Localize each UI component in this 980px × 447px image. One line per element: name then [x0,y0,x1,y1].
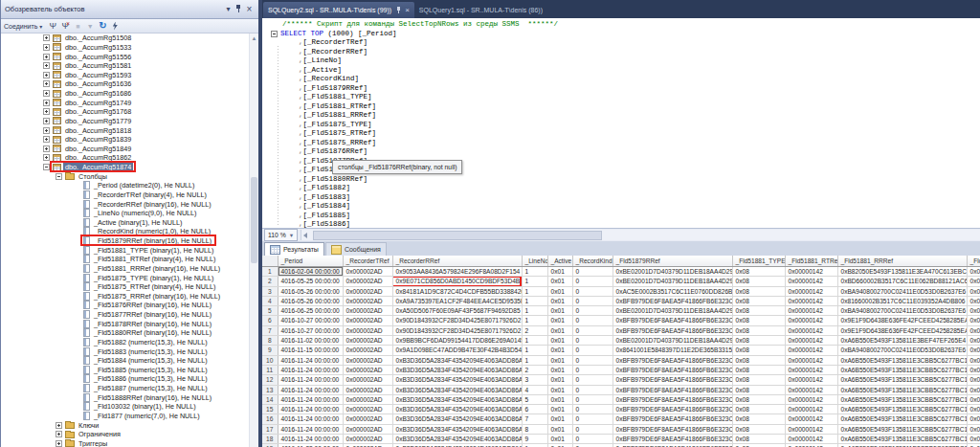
grid-cell[interactable]: 0x01 [547,336,572,346]
grid-cell[interactable]: 3 [522,375,547,385]
grid-cell[interactable]: 0xAC5E0002B3517C6C11E0760DD826B467 [612,286,732,296]
grid-cell[interactable]: 4016-11-24 00:00:00 [278,365,343,374]
tree-item[interactable]: dbo._AccumRg51818 [1,125,258,135]
row-number-cell[interactable]: 11 [262,365,278,374]
expander-icon[interactable] [43,72,50,78]
tree-item[interactable]: Триггеры [1,439,258,447]
tree-item[interactable]: _Fld51881_TYPE (binary(1), Не NULL) [1,245,258,255]
grid-cell[interactable]: 0x08 [732,355,785,365]
grid-cell[interactable]: 0 [572,316,612,325]
grid-cell[interactable]: 0x08 [967,424,980,434]
grid-cell[interactable]: 0xA6B550E5493F135811E3CBB5C6277BC1 [837,394,967,404]
grid-cell[interactable]: 0x00000142 [785,267,837,277]
grid-cell[interactable]: 0xBA9408002700C02411E0D53D0B2637E6 [837,286,967,296]
tree-item[interactable]: _Fld51883 (numeric(15,3), Не NULL) [1,346,258,356]
grid-cell[interactable]: 0xBFB979DE6F8AEA5F41866FB6E323C0E6 [612,394,732,404]
row-number-cell[interactable]: 4 [262,296,278,305]
grid-cell[interactable]: 0xB82050E5493F135811E3EA470C613EBC [837,267,967,277]
grid-cell[interactable]: 0xBFB979DE6F8AEA5F41866FB6E323C0E6 [612,424,732,434]
grid-cell[interactable]: 0xB3D36D5A2834F43542094E4063ADD86A [392,405,522,414]
grid-cell[interactable]: 4016-11-24 00:00:00 [278,414,343,424]
grid-cell[interactable]: 0x01 [547,267,572,277]
expander-icon[interactable] [43,54,50,60]
tree-item[interactable]: _Fld51888RRef (binary(16), Не NULL) [1,392,258,402]
tree-item[interactable]: _Fld51877RRef (binary(16), Не NULL) [1,310,258,320]
grid-cell[interactable]: 4016-05-25 00:00:00 [278,277,343,286]
grid-cell[interactable]: 0x01 [547,435,572,444]
grid-cell[interactable]: 0 [572,355,612,365]
tree-item[interactable]: _RecorderRRef (binary(16), Не NULL) [1,199,258,209]
column-header[interactable]: _Fld51879RRef [612,256,732,267]
column-header[interactable]: _RecorderRRef [392,256,522,267]
grid-cell[interactable]: 0x08 [732,375,785,385]
grid-cell[interactable]: 0xBFB979DE6F8AEA5F41866FB6E323C0E6 [612,316,732,325]
tree-item[interactable]: _RecordKind (numeric(1,0), Не NULL) [1,227,258,236]
grid-cell[interactable]: 0 [572,325,612,335]
tree-item[interactable]: dbo._AccumRg51874 [1,163,258,172]
grid-cell[interactable]: 0x01 [547,325,572,335]
expander-icon[interactable] [43,145,50,152]
grid-cell[interactable]: 0x9E1F9D6438E636FE42FCEED4258285EA [837,316,967,325]
grid-cell[interactable]: 0x08 [967,346,980,355]
code-line[interactable]: ,[_Fld51881_TYPE] [262,93,980,102]
expander-icon[interactable] [43,44,50,51]
grid-cell[interactable]: 0xA6B550E5493F135811E3CBB5C6277BC1 [837,435,967,444]
grid-cell[interactable]: 0xB3D36D5A2834F43542094E4063ADD86A [392,424,522,434]
column-header[interactable]: _Fld51881_RRRef [837,256,967,267]
grid-cell[interactable]: 0xBFB979DE6F8AEA5F41866FB6E323C0E6 [612,355,732,365]
grid-cell[interactable]: 0x08 [732,267,785,277]
grid-cell[interactable]: 6 [522,405,547,414]
code-line[interactable]: ,[_Fld51875_RTRef] [262,129,980,139]
grid-cell[interactable]: 0x9053AA8436A579824E296F8A08D2F154 [392,267,522,277]
grid-cell[interactable]: 0x000002AD [343,394,392,404]
tree-item[interactable]: dbo._AccumRg51768 [1,107,258,117]
grid-cell[interactable]: 0xBA9408002700C02411E0D53D0B2637E6 [837,306,967,316]
grid-cell[interactable]: 0 [572,394,612,404]
code-line[interactable]: ,[_RecordKind] [262,75,980,84]
tree-item[interactable]: _Active (binary(1), Не NULL) [1,218,258,228]
grid-cell[interactable]: 0xA6B550E5493F135811E3CBB5C6277BC1 [837,385,967,394]
grid-cell[interactable]: 1 [522,316,547,325]
row-number-cell[interactable]: 2 [262,277,278,286]
expander-icon[interactable] [56,440,62,447]
tree-item[interactable]: _Fld51882 (numeric(15,3), Не NULL) [1,338,258,347]
grid-cell[interactable]: 0x000002AD [343,277,392,286]
grid-cell[interactable]: 4016-11-02 00:00:00 [278,336,343,346]
grid-cell[interactable]: 0x00000142 [785,394,837,404]
editor-horizontal-scrollbar[interactable] [301,230,980,240]
column-header[interactable]: _Fld51881_RTRef [785,256,837,267]
grid-cell[interactable]: 0x000002AD [343,435,392,444]
grid-cell[interactable]: 0x08 [967,394,980,404]
tree-item[interactable]: dbo._AccumRg51636 [1,79,258,89]
row-number-cell[interactable]: 14 [262,394,278,404]
grid-cell[interactable]: 4 [522,385,547,394]
grid-cell[interactable]: 4016-11-24 00:00:00 [278,385,343,394]
tree-item[interactable]: dbo._AccumRg51849 [1,145,258,154]
grid-cell[interactable]: 0xBFB979DE6F8AEA5F41866FB6E323C0E6 [612,375,732,385]
tree-item[interactable]: _Fld51881_RRRef (binary(16), Не NULL) [1,264,258,274]
grid-cell[interactable]: 0 [572,346,612,355]
tree-item[interactable]: _Fld103032 (binary(1), Не NULL) [1,402,258,412]
grid-cell[interactable]: 0xBFB979DE6F8AEA5F41866FB6E323C0E6 [612,296,732,305]
row-number-cell[interactable]: 10 [262,355,278,365]
tree-item[interactable]: _Fld51884 (numeric(15,3), Не NULL) [1,356,258,366]
column-header[interactable]: _Fld51881_TYPE [732,256,785,267]
grid-cell[interactable]: 0 [572,375,612,385]
grid-cell[interactable]: 0xA9A735397EA1CF2F484EEA4CE5D9535E [392,296,522,305]
grid-cell[interactable]: 8 [522,424,547,434]
tree-item[interactable]: _Period (datetime2(0), Не NULL) [1,181,258,190]
code-line[interactable]: ,[_Fld51881_RRRef] [262,111,980,121]
tree-item[interactable]: dbo._AccumRg51556 [1,52,258,61]
grid-cell[interactable]: 4016-10-27 00:00:00 [278,325,343,335]
grid-cell[interactable]: 1 [522,296,547,305]
grid-cell[interactable]: 1 [522,286,547,296]
grid-cell[interactable]: 0xBE02001D7D40379D11DEB18AA4D29B55 [612,306,732,316]
grid-cell[interactable]: 0xBFB979DE6F8AEA5F41866FB6E323C0E6 [612,414,732,424]
grid-cell[interactable]: 1 [522,346,547,355]
grid-cell[interactable]: 1 [522,306,547,316]
close-icon[interactable]: × [405,7,410,14]
grid-cell[interactable]: 0xA50D5067F60E09AF43F5687F94692D85 [392,306,522,316]
grid-cell[interactable]: 0x000002AD [343,306,392,316]
grid-cell[interactable]: 0x000002AD [343,325,392,335]
grid-cell[interactable]: 0xBE02001D7D40379D11DEB18AA4D29B55 [612,277,732,286]
